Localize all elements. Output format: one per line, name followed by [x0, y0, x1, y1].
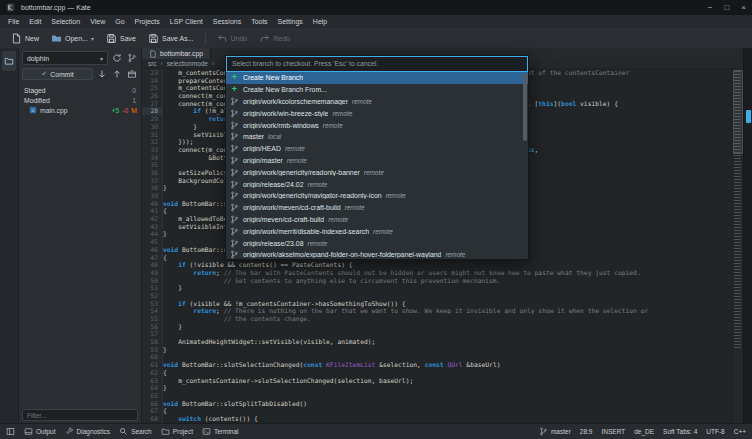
tab-bottombar-cpp[interactable]: bottombar.cpp [142, 48, 211, 59]
close-button[interactable]: × [741, 0, 746, 15]
line-number: 45 [142, 238, 162, 246]
menu-lsp-client[interactable]: LSP Client [165, 15, 208, 28]
git-section-modified[interactable]: Modified1 [19, 95, 141, 105]
statusbar-output-label: Output [36, 428, 56, 435]
breadcrumb-item[interactable]: selectionmode [167, 60, 208, 67]
statusbar-input-mode[interactable]: INSERT [601, 428, 625, 435]
menu-tools[interactable]: Tools [246, 15, 272, 28]
window-title: bottombar.cpp — Kate [21, 4, 91, 11]
menu-sessions[interactable]: Sessions [208, 15, 246, 28]
statusbar-output-button[interactable]: Output [24, 427, 56, 436]
line-number: 27 [142, 100, 162, 108]
toolbar-redo-label: Redo [273, 35, 290, 42]
breadcrumb-item[interactable]: src [148, 60, 157, 67]
branch-item[interactable]: origin/HEADremote [226, 143, 528, 155]
branch-item[interactable]: origin/work/meven/cd-craft-buildremote [226, 202, 528, 214]
statusbar-git-branch[interactable]: master [539, 427, 571, 436]
branch-item[interactable]: origin/work/genericity/navigator-readonl… [226, 190, 528, 202]
statusbar-dictionary[interactable]: de_DE [634, 428, 654, 435]
popup-scrollbar[interactable] [523, 72, 527, 257]
minimize-button[interactable]: − [708, 0, 713, 15]
statusbar-encoding[interactable]: UTF-8 [706, 428, 724, 435]
branch-item[interactable]: origin/release/23.08remote [226, 237, 528, 249]
branch-item[interactable]: origin/work/akselmo/expand-folder-on-hov… [226, 249, 528, 259]
branch-item[interactable]: origin/masterremote [226, 155, 528, 167]
statusbar-terminal-button[interactable]: Terminal [202, 427, 239, 436]
toolbar-save-button[interactable]: Save [100, 30, 142, 46]
branch-item[interactable]: origin/work/genericity/readonly-bannerre… [226, 166, 528, 178]
commit-button[interactable]: ✓ Commit [22, 68, 93, 80]
line-number: 40 [142, 200, 162, 208]
branch-label: master [243, 133, 264, 140]
projects-toolview-button[interactable] [2, 51, 16, 71]
git-status-tree: Staged0Modified1Cmain.cpp+5-0M [19, 85, 141, 115]
branch-scope-tag: remote [287, 157, 307, 164]
code-line: void BottomBar::slotSplitTabDisabled() [163, 400, 733, 408]
menu-edit[interactable]: Edit [24, 15, 46, 28]
git-section-staged[interactable]: Staged0 [19, 85, 141, 95]
statusbar-diagnostics-button[interactable]: Diagnostics [65, 427, 111, 436]
branch-icon [230, 156, 239, 165]
statusbar-left: OutputDiagnosticsSearchProjectTerminal [6, 427, 239, 436]
popup-scrollbar-handle[interactable] [523, 73, 527, 141]
statusbar-project-button[interactable]: Project [161, 427, 193, 436]
code-line: switch (contents()) { [163, 415, 733, 423]
line-number: 48 [142, 261, 162, 269]
checkout-branch-button[interactable] [126, 52, 138, 64]
branch-item[interactable]: origin/work/kcolorschememanagerremote [226, 96, 528, 108]
toolview-menu-button[interactable] [6, 427, 15, 436]
refresh-button[interactable] [111, 52, 123, 64]
branch-item[interactable]: +Create New Branch From... [226, 84, 528, 96]
toolbar-open-button[interactable]: Open...▾ [45, 30, 100, 46]
branch-item[interactable]: origin/work/merrit/disable-indexed-searc… [226, 225, 528, 237]
menu-selection[interactable]: Selection [46, 15, 85, 28]
documents-tool-icon[interactable] [746, 110, 751, 123]
line-number: 47 [142, 254, 162, 262]
menu-file[interactable]: File [3, 15, 24, 28]
toolbar-undo-button[interactable]: Undo [211, 30, 254, 46]
statusbar-tab-mode[interactable]: Soft Tabs: 4 [663, 428, 697, 435]
stash-button[interactable] [126, 68, 138, 80]
line-number: 42 [142, 215, 162, 223]
toolbar-new-button[interactable]: New [5, 30, 45, 46]
maximize-button[interactable]: □ [724, 0, 729, 15]
filter-input[interactable] [22, 409, 138, 421]
branch-item[interactable]: origin/work/win-breeze-styleremote [226, 107, 528, 119]
menu-projects[interactable]: Projects [130, 15, 165, 28]
code-line: return; // There is nothing on the bar t… [163, 307, 733, 315]
branch-item[interactable]: origin/work/rmb-windowsremote [226, 119, 528, 131]
git-file-row[interactable]: Cmain.cpp+5-0M [19, 105, 141, 115]
branch-item[interactable]: origin/meven/cd-craft-buildremote [226, 214, 528, 226]
toolbar-save-as-button[interactable]: Save As... [142, 30, 200, 46]
branch-scope-tag: remote [308, 181, 328, 188]
menu-view[interactable]: View [85, 15, 110, 28]
line-number: 52 [142, 292, 162, 300]
branch-label: origin/HEAD [243, 145, 281, 152]
minimap-viewport[interactable] [733, 70, 743, 154]
menu-go[interactable]: Go [110, 15, 129, 28]
statusbar-search-button[interactable]: Search [119, 427, 152, 436]
add-icon: + [230, 73, 239, 82]
project-selector[interactable]: dolphin ▾ [22, 51, 108, 65]
statusbar-highlight-mode[interactable]: C++ [734, 428, 746, 435]
menubar: FileEditSelectionViewGoProjectsLSP Clien… [0, 15, 752, 28]
statusbar-cursor-position[interactable]: 28:9 [580, 428, 593, 435]
push-button[interactable] [111, 68, 123, 80]
menu-settings[interactable]: Settings [273, 15, 308, 28]
menu-help[interactable]: Help [308, 15, 332, 28]
pull-button[interactable] [96, 68, 108, 80]
toolbar-redo-button[interactable]: Redo [253, 30, 296, 46]
code-line: // the contents change. [163, 315, 733, 323]
branch-icon [230, 191, 239, 200]
statusbar-search-label: Search [131, 428, 152, 435]
added-lines: +5 [112, 107, 120, 114]
branch-filter-input[interactable]: Select branch to checkout. Press 'Esc' t… [226, 56, 528, 72]
svg-text:C: C [32, 108, 35, 113]
branch-item[interactable]: +Create New Branch [226, 72, 528, 84]
minimap-scrollbar[interactable] [732, 69, 743, 424]
statusbar-diagnostics-label: Diagnostics [77, 428, 111, 435]
line-number: 55 [142, 315, 162, 323]
branch-item[interactable]: origin/release/24.02remote [226, 178, 528, 190]
line-number: 26 [142, 92, 162, 100]
branch-item[interactable]: masterlocal [226, 131, 528, 143]
